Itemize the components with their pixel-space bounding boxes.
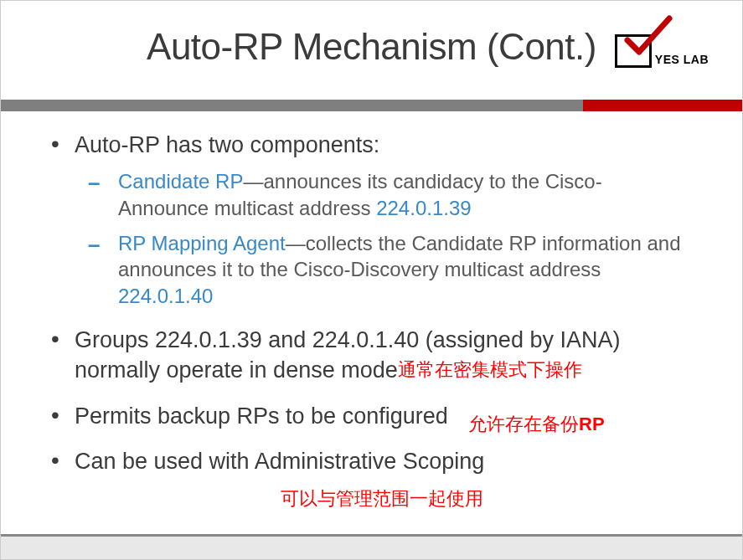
- term-candidate-rp: Candidate RP: [118, 170, 243, 193]
- divider-gray: [1, 100, 583, 111]
- bullet-text: Permits backup RPs to be configured: [75, 403, 448, 429]
- bullet-text: Auto-RP has two components:: [75, 132, 379, 157]
- divider-red: [583, 100, 742, 111]
- annotation-bold: RP: [579, 414, 605, 434]
- annotation-backup-rp: 允许存在备份RP: [468, 412, 605, 437]
- term-mapping-agent: RP Mapping Agent: [118, 232, 286, 254]
- bullet-components: Auto-RP has two components: Candidate RP…: [51, 130, 692, 310]
- mcast-addr: 224.0.1.40: [118, 285, 213, 307]
- sub-bullet-mapping-agent: RP Mapping Agent—collects the Candidate …: [88, 230, 692, 310]
- brand-logo: YES LAB: [615, 34, 709, 68]
- bullet-text: Can be used with Administrative Scoping: [75, 449, 484, 474]
- checkmark-icon: [622, 13, 673, 64]
- slide-header: Auto-RP Mechanism (Cont.) YES LAB: [1, 1, 742, 100]
- slide-body: Auto-RP has two components: Candidate RP…: [1, 125, 742, 477]
- sub-bullet-list: Candidate RP—announces its candidacy to …: [75, 168, 692, 309]
- logo-box-icon: [615, 34, 652, 68]
- bullet-scoping: Can be used with Administrative Scoping: [51, 446, 692, 476]
- sub-bullet-candidate-rp: Candidate RP—announces its candidacy to …: [88, 168, 692, 221]
- bullet-groups: Groups 224.0.1.39 and 224.0.1.40 (assign…: [51, 325, 692, 386]
- annotation-text: 允许存在备份: [468, 414, 579, 434]
- bottom-bar: [1, 536, 742, 559]
- mcast-addr: 224.0.1.39: [376, 197, 471, 219]
- annotation-dense-mode: 通常在密集模式下操作: [398, 357, 582, 383]
- annotation-admin-scoping: 可以与管理范围一起使用: [281, 486, 483, 511]
- divider: [1, 100, 742, 111]
